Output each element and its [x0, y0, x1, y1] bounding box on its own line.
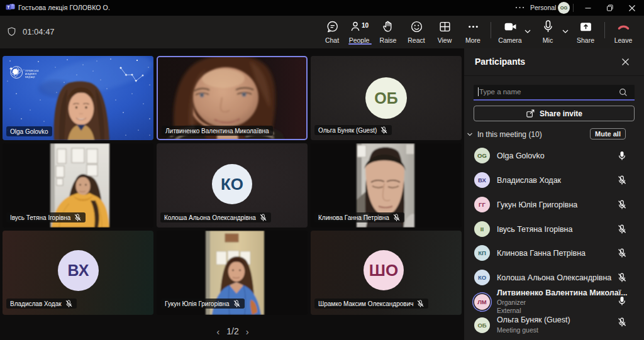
- svg-text:АКАДЕМІЯ: АКАДЕМІЯ: [25, 73, 36, 75]
- svg-text:10: 10: [362, 22, 369, 29]
- svg-text:УКРАЇНСЬКА: УКРАЇНСЬКА: [25, 70, 39, 72]
- svg-text:МЕДІАЦІЇ: МЕДІАЦІЇ: [25, 76, 35, 79]
